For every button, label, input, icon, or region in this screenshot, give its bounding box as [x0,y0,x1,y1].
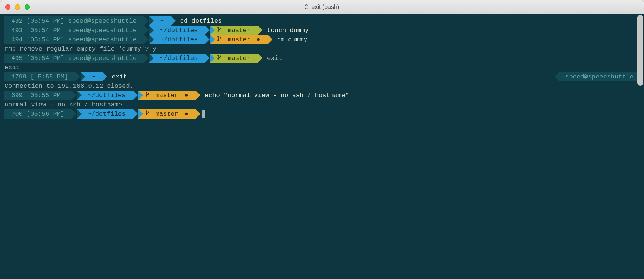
prompt-cwd: ~ [149,16,171,26]
terminal-window: 2. exit (bash) 492 [05:54 PM] speed@spee… [0,0,644,279]
command-text: echo "normal view - no ssh / hostname" [201,91,349,100]
prompt-info: 495 [05:54 PM] speed@speedshuttle [4,54,144,63]
prompt-cwd: ~/dotfiles [149,35,205,44]
svg-point-6 [218,55,219,56]
terminal-output: normal view - no ssh / hostname [4,100,640,109]
svg-point-5 [220,37,221,38]
prompt-branch: master [210,26,258,35]
prompt-info: 700 [05:56 PM] [4,109,72,119]
prompt-line: 1798 [ 5:55 PM] ~ exitspeed@speedshuttle [4,72,640,81]
prompt-branch: master ● [138,91,196,100]
prompt-cwd: ~/dotfiles [149,26,205,35]
prompt-line: 495 [05:54 PM] speed@speedshuttle ~/dotf… [4,54,640,63]
window-controls [5,4,30,10]
prompt-line: 493 [05:54 PM] speed@speedshuttle ~/dotf… [4,26,640,35]
prompt-branch: master ● [138,109,196,119]
command-text: exit [263,54,282,63]
prompt-info: 1798 [ 5:55 PM] [4,72,76,81]
command-text: cd dotfiles [176,16,222,26]
prompt-line: 492 [05:54 PM] speed@speedshuttle ~ cd d… [4,16,640,26]
prompt-cwd: ~/dotfiles [77,91,133,100]
prompt-info: 699 [05:55 PM] [4,91,72,100]
terminal-output: exit [4,63,640,72]
scrollbar[interactable] [637,15,643,86]
prompt-info: 492 [05:54 PM] speed@speedshuttle [4,16,144,26]
prompt-cwd: ~/dotfiles [77,109,133,119]
prompt-cwd: ~/dotfiles [149,54,205,63]
titlebar[interactable]: 2. exit (bash) [0,0,644,14]
svg-point-3 [218,36,219,38]
zoom-icon[interactable] [25,4,30,10]
terminal-body[interactable]: 492 [05:54 PM] speed@speedshuttle ~ cd d… [0,14,644,121]
prompt-line: 494 [05:54 PM] speed@speedshuttle ~/dotf… [4,35,640,44]
terminal-output: rm: remove regular empty file 'dummy'? y [4,44,640,54]
command-text: exit [108,72,127,81]
cursor [202,110,205,118]
prompt-branch: master [210,54,258,63]
prompt-info: 494 [05:54 PM] speed@speedshuttle [4,35,144,44]
svg-point-14 [148,111,149,113]
close-icon[interactable] [5,4,10,10]
svg-point-9 [146,92,147,93]
terminal-output: Connection to 192.168.0.12 closed. [4,81,640,91]
minimize-icon[interactable] [15,4,20,10]
svg-point-0 [218,27,219,28]
svg-point-2 [220,28,221,29]
prompt-branch: master ● [210,35,268,44]
svg-point-11 [148,93,149,94]
right-prompt: speed@speedshuttle [559,72,637,81]
prompt-cwd: ~ [81,72,103,81]
window-title: 2. exit (bash) [0,4,644,10]
svg-point-12 [146,110,147,112]
prompt-line: 700 [05:56 PM] ~/dotfiles master ● [4,109,640,119]
command-text: touch dummy [263,26,309,35]
command-text: rm dummy [273,35,307,44]
prompt-line: 699 [05:55 PM] ~/dotfiles master ● echo … [4,91,640,100]
prompt-info: 493 [05:54 PM] speed@speedshuttle [4,26,144,35]
svg-point-8 [220,55,221,57]
